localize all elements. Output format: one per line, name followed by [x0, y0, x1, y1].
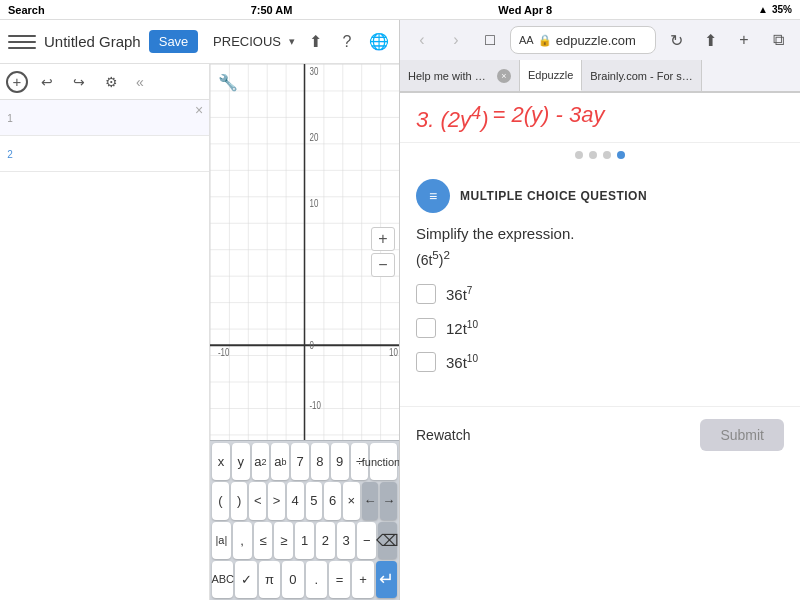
reload-button[interactable]: ↻ — [662, 26, 690, 54]
share-icon[interactable]: ⬆ — [303, 30, 327, 54]
browser-chrome: ‹ › □ AA 🔒 edpuzzle.com ↻ ⬆ + ⧉ Help me … — [400, 20, 800, 93]
key-2[interactable]: 2 — [316, 522, 335, 559]
answer-checkbox-2[interactable] — [416, 318, 436, 338]
new-tab-button[interactable]: ⧉ — [764, 26, 792, 54]
submit-button[interactable]: Submit — [700, 419, 784, 451]
expression-input-area-2[interactable] — [20, 136, 209, 171]
key-a-squared[interactable]: a2 — [252, 443, 270, 480]
expression-input-1[interactable] — [24, 110, 185, 126]
tab-brainly[interactable]: Brainly.com - For stud... — [582, 60, 702, 91]
key-4[interactable]: 4 — [287, 482, 304, 519]
hamburger-button[interactable] — [8, 28, 36, 56]
add-tab-button[interactable]: + — [730, 26, 758, 54]
expression-list: 1 × 2 — [0, 100, 209, 600]
undo-button[interactable]: ↩ — [34, 69, 60, 95]
key-multiply[interactable]: × — [343, 482, 360, 519]
key-close-paren[interactable]: ) — [231, 482, 248, 519]
key-decimal[interactable]: . — [306, 561, 327, 598]
key-9[interactable]: 9 — [331, 443, 349, 480]
answer-text-3: 36t10 — [446, 353, 478, 371]
back-button[interactable]: ‹ — [408, 26, 436, 54]
key-leq[interactable]: ≤ — [254, 522, 273, 559]
graph-settings: 🔧 — [214, 68, 242, 96]
expression-input-area-1[interactable] — [20, 100, 189, 135]
svg-text:0: 0 — [309, 339, 313, 352]
svg-text:10: 10 — [389, 346, 398, 359]
dot-1 — [575, 151, 583, 159]
key-less-than[interactable]: < — [249, 482, 266, 519]
keyboard-row-4: ABC ✓ π 0 . = + ↵ — [212, 561, 397, 598]
zoom-in-button[interactable]: + — [371, 227, 395, 251]
desmos-panel: Untitled Graph Save PRECIOUS ▾ ⬆ ? 🌐 + ↩… — [0, 20, 400, 600]
key-abs[interactable]: |a| — [212, 522, 231, 559]
answer-checkbox-3[interactable] — [416, 352, 436, 372]
handwriting-area: 3. (2y4) = 2(y) - 3ay — [400, 93, 800, 143]
key-minus[interactable]: − — [357, 522, 376, 559]
key-geq[interactable]: ≥ — [274, 522, 293, 559]
share-button[interactable]: ⬆ — [696, 26, 724, 54]
key-arrow-right[interactable]: → — [380, 482, 397, 519]
question-card: ≡ MULTIPLE CHOICE QUESTION Simplify the … — [400, 167, 800, 398]
svg-text:-10: -10 — [309, 399, 320, 412]
aa-button[interactable]: AA — [519, 26, 534, 54]
expression-close-1[interactable]: × — [189, 100, 209, 120]
tab-edpuzzle-label: Edpuzzle — [528, 69, 573, 81]
lock-icon: 🔒 — [538, 34, 552, 47]
collapse-button[interactable]: « — [130, 69, 150, 95]
globe-icon[interactable]: 🌐 — [367, 30, 391, 54]
svg-text:20: 20 — [309, 130, 318, 143]
settings-button[interactable]: ⚙ — [98, 69, 124, 95]
key-pi[interactable]: π — [259, 561, 280, 598]
key-abc[interactable]: ABC — [212, 561, 233, 598]
address-bar[interactable]: AA 🔒 edpuzzle.com — [510, 26, 656, 54]
key-plus[interactable]: + — [352, 561, 373, 598]
key-7[interactable]: 7 — [291, 443, 309, 480]
key-equals[interactable]: = — [329, 561, 350, 598]
svg-text:-10: -10 — [218, 346, 229, 359]
key-backspace[interactable]: ⌫ — [378, 522, 397, 559]
status-date: Wed Apr 8 — [498, 4, 552, 16]
zoom-out-button[interactable]: − — [371, 253, 395, 277]
key-arrow-left[interactable]: ← — [362, 482, 379, 519]
tab-help-close[interactable]: × — [497, 69, 511, 83]
address-text: edpuzzle.com — [556, 33, 636, 48]
edpuzzle-panel: ‹ › □ AA 🔒 edpuzzle.com ↻ ⬆ + ⧉ Help me … — [400, 20, 800, 600]
key-functions[interactable]: functions — [370, 443, 397, 480]
bookmark-button[interactable]: □ — [476, 26, 504, 54]
key-1[interactable]: 1 — [295, 522, 314, 559]
save-button[interactable]: Save — [149, 30, 199, 53]
key-check[interactable]: ✓ — [235, 561, 256, 598]
question-footer: Rewatch Submit — [400, 406, 800, 463]
rewatch-button[interactable]: Rewatch — [416, 427, 470, 443]
wrench-button[interactable]: 🔧 — [214, 68, 242, 96]
key-0[interactable]: 0 — [282, 561, 303, 598]
key-enter[interactable]: ↵ — [376, 561, 397, 598]
main-content: Untitled Graph Save PRECIOUS ▾ ⬆ ? 🌐 + ↩… — [0, 20, 800, 600]
key-y[interactable]: y — [232, 443, 250, 480]
key-6[interactable]: 6 — [324, 482, 341, 519]
key-open-paren[interactable]: ( — [212, 482, 229, 519]
keyboard-row-3: |a| , ≤ ≥ 1 2 3 − ⌫ — [212, 522, 397, 559]
help-icon[interactable]: ? — [335, 30, 359, 54]
status-bar: Search 7:50 AM Wed Apr 8 ▲ 35% — [0, 0, 800, 20]
key-a-b[interactable]: ab — [271, 443, 289, 480]
answer-text-1: 36t7 — [446, 285, 472, 303]
key-5[interactable]: 5 — [306, 482, 323, 519]
key-greater-than[interactable]: > — [268, 482, 285, 519]
key-3[interactable]: 3 — [337, 522, 356, 559]
tab-edpuzzle[interactable]: Edpuzzle — [520, 60, 582, 91]
key-8[interactable]: 8 — [311, 443, 329, 480]
forward-button[interactable]: › — [442, 26, 470, 54]
battery-percent: 35% — [772, 4, 792, 15]
add-expression-button[interactable]: + — [6, 71, 28, 93]
tab-brainly-label: Brainly.com - For stud... — [590, 70, 693, 82]
key-comma[interactable]: , — [233, 522, 252, 559]
key-x[interactable]: x — [212, 443, 230, 480]
graph-keyboard-area: 🔧 — [210, 64, 399, 600]
search-label[interactable]: Search — [8, 4, 45, 16]
question-expression: (6t5)2 — [416, 248, 784, 268]
answer-checkbox-1[interactable] — [416, 284, 436, 304]
redo-button[interactable]: ↪ — [66, 69, 92, 95]
expression-toolbar: + ↩ ↪ ⚙ « — [0, 64, 209, 100]
tab-help[interactable]: Help me with my math... × — [400, 60, 520, 91]
